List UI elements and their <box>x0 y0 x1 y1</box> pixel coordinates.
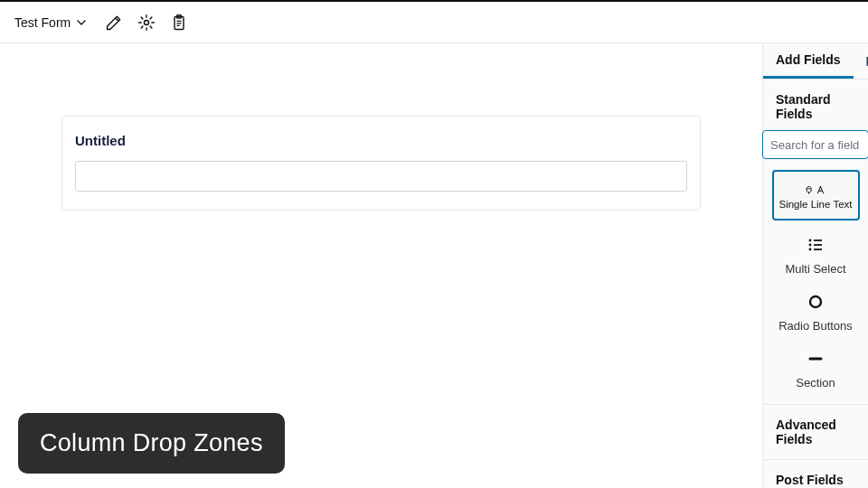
palette-section[interactable]: Section <box>763 340 868 397</box>
top-bar: Test Form <box>0 0 868 43</box>
svg-point-13 <box>810 296 821 307</box>
svg-point-8 <box>809 244 812 247</box>
tab-field-settings[interactable]: Fiel <box>854 43 868 79</box>
sidebar: Add Fields Fiel Standard Fields Sing <box>762 43 868 488</box>
minus-icon <box>767 351 864 367</box>
palette-label: Radio Buttons <box>767 319 864 333</box>
field-label: Untitled <box>75 133 687 148</box>
chevron-down-icon <box>76 17 87 28</box>
form-field-untitled[interactable]: Untitled <box>61 116 701 211</box>
radio-icon <box>767 294 864 310</box>
search-wrap <box>762 130 868 168</box>
sidebar-tabs: Add Fields Fiel <box>763 43 868 80</box>
list-icon <box>767 237 864 253</box>
section-advanced-fields[interactable]: Advanced Fields <box>763 404 868 459</box>
palette-radio-buttons[interactable]: Radio Buttons <box>763 283 868 340</box>
section-standard-fields[interactable]: Standard Fields <box>763 80 868 130</box>
svg-point-0 <box>145 20 149 24</box>
form-switcher[interactable]: Test Form <box>14 15 87 30</box>
palette-single-line-text[interactable]: Single Line Text <box>772 170 860 221</box>
palette-label: Single Line Text <box>778 199 854 210</box>
pencil-icon[interactable] <box>105 14 123 32</box>
svg-point-7 <box>809 239 812 242</box>
grab-text-icon <box>806 181 826 196</box>
palette-label: Section <box>767 376 864 389</box>
search-input[interactable] <box>762 130 868 159</box>
gear-icon[interactable] <box>137 14 156 32</box>
top-icons <box>105 14 188 32</box>
tab-add-fields[interactable]: Add Fields <box>763 43 854 79</box>
palette-label: Multi Select <box>767 262 864 276</box>
field-input[interactable] <box>75 161 687 192</box>
form-name: Test Form <box>14 15 71 30</box>
svg-point-9 <box>809 249 812 251</box>
overlay-caption: Column Drop Zones <box>18 413 285 474</box>
palette-multi-select[interactable]: Multi Select <box>763 226 868 283</box>
section-post-fields[interactable]: Post Fields <box>763 459 868 488</box>
field-palette: Single Line Text Multi Select Radio Butt… <box>763 168 868 404</box>
clipboard-icon[interactable] <box>170 14 188 32</box>
